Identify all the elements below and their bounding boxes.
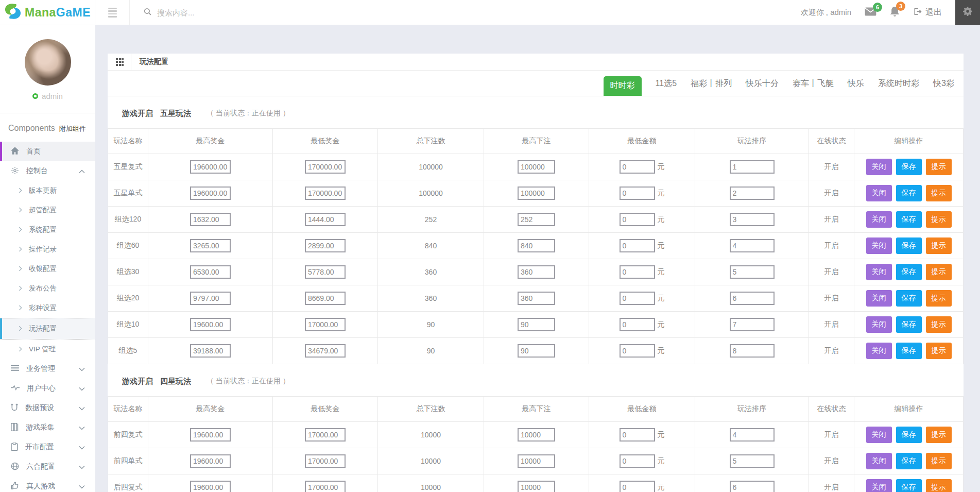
max-bet-input[interactable]: [518, 265, 555, 279]
sidebar-subitem[interactable]: 操作记录: [0, 240, 95, 259]
sidebar-toggle-button[interactable]: [95, 0, 130, 25]
order-input[interactable]: [730, 160, 775, 174]
save-button[interactable]: 保存: [896, 290, 922, 307]
tip-button[interactable]: 提示: [926, 453, 952, 469]
max-prize-input[interactable]: [190, 481, 231, 492]
min-amount-input[interactable]: [620, 292, 655, 305]
tab-8[interactable]: 快3彩: [933, 78, 954, 96]
save-button[interactable]: 保存: [896, 427, 922, 443]
order-input[interactable]: [730, 318, 775, 331]
tab-2[interactable]: 11选5: [656, 78, 677, 96]
max-bet-input[interactable]: [518, 186, 555, 200]
min-amount-input[interactable]: [620, 454, 655, 468]
sidebar-group-4[interactable]: 游戏采集: [0, 418, 95, 437]
max-prize-input[interactable]: [190, 344, 231, 358]
sidebar-subitem[interactable]: 彩种设置: [0, 298, 95, 318]
close-button[interactable]: 关闭: [866, 427, 892, 443]
tab-7[interactable]: 系统时时彩: [878, 78, 919, 96]
tip-button[interactable]: 提示: [926, 211, 952, 228]
sidebar-group-1[interactable]: 业务管理: [0, 359, 95, 379]
save-button[interactable]: 保存: [896, 453, 922, 469]
max-bet-input[interactable]: [518, 239, 555, 252]
max-bet-input[interactable]: [518, 454, 555, 468]
save-button[interactable]: 保存: [896, 264, 922, 280]
save-button[interactable]: 保存: [896, 185, 922, 201]
sidebar-item-home[interactable]: 首页: [0, 142, 95, 161]
save-button[interactable]: 保存: [896, 159, 922, 175]
min-prize-input[interactable]: [305, 292, 346, 305]
min-prize-input[interactable]: [305, 265, 346, 279]
min-amount-input[interactable]: [620, 481, 655, 492]
close-button[interactable]: 关闭: [866, 453, 892, 469]
avatar[interactable]: [25, 39, 71, 86]
sidebar-subitem[interactable]: 收银配置: [0, 259, 95, 279]
max-prize-input[interactable]: [190, 265, 231, 279]
max-bet-input[interactable]: [518, 318, 555, 331]
tab-4[interactable]: 快乐十分: [746, 78, 779, 96]
sidebar-subitem[interactable]: 系统配置: [0, 220, 95, 240]
min-prize-input[interactable]: [305, 160, 346, 174]
close-button[interactable]: 关闭: [866, 211, 892, 228]
min-amount-input[interactable]: [620, 428, 655, 442]
min-prize-input[interactable]: [305, 344, 346, 358]
order-input[interactable]: [730, 428, 775, 442]
tip-button[interactable]: 提示: [926, 290, 952, 307]
save-button[interactable]: 保存: [896, 479, 922, 492]
tip-button[interactable]: 提示: [926, 343, 952, 359]
max-bet-input[interactable]: [518, 292, 555, 305]
sidebar-subitem[interactable]: VIP 管理: [0, 340, 95, 359]
min-prize-input[interactable]: [305, 318, 346, 331]
max-prize-input[interactable]: [190, 213, 231, 226]
order-input[interactable]: [730, 213, 775, 226]
min-prize-input[interactable]: [305, 428, 346, 442]
sidebar-subitem[interactable]: 超管配置: [0, 200, 95, 220]
max-bet-input[interactable]: [518, 481, 555, 492]
close-button[interactable]: 关闭: [866, 185, 892, 201]
max-prize-input[interactable]: [190, 186, 231, 200]
sidebar-group-5[interactable]: 开市配置: [0, 437, 95, 457]
close-button[interactable]: 关闭: [866, 343, 892, 359]
tip-button[interactable]: 提示: [926, 427, 952, 443]
tip-button[interactable]: 提示: [926, 479, 952, 492]
min-prize-input[interactable]: [305, 186, 346, 200]
min-prize-input[interactable]: [305, 213, 346, 226]
app-logo[interactable]: ManaGaME: [0, 0, 95, 25]
close-button[interactable]: 关闭: [866, 159, 892, 175]
min-prize-input[interactable]: [305, 454, 346, 468]
tab-3[interactable]: 福彩丨排列: [691, 78, 732, 96]
max-prize-input[interactable]: [190, 160, 231, 174]
save-button[interactable]: 保存: [896, 237, 922, 254]
sidebar-group-6[interactable]: 六合配置: [0, 457, 95, 477]
settings-button[interactable]: [955, 0, 980, 25]
sidebar-group-7[interactable]: 真人游戏: [0, 477, 95, 492]
tip-button[interactable]: 提示: [926, 185, 952, 201]
sidebar-subitem[interactable]: 发布公告: [0, 279, 95, 298]
close-button[interactable]: 关闭: [866, 479, 892, 492]
min-amount-input[interactable]: [620, 344, 655, 358]
tab-1[interactable]: 时时彩: [604, 76, 642, 96]
min-amount-input[interactable]: [620, 160, 655, 174]
order-input[interactable]: [730, 265, 775, 279]
save-button[interactable]: 保存: [896, 211, 922, 228]
max-prize-input[interactable]: [190, 428, 231, 442]
max-bet-input[interactable]: [518, 213, 555, 226]
max-prize-input[interactable]: [190, 292, 231, 305]
order-input[interactable]: [730, 344, 775, 358]
order-input[interactable]: [730, 454, 775, 468]
max-prize-input[interactable]: [190, 318, 231, 331]
min-amount-input[interactable]: [620, 265, 655, 279]
order-input[interactable]: [730, 292, 775, 305]
sidebar-subitem[interactable]: 玩法配置: [0, 318, 95, 340]
sidebar-group-2[interactable]: 用户中心: [0, 379, 95, 398]
min-prize-input[interactable]: [305, 481, 346, 492]
tip-button[interactable]: 提示: [926, 237, 952, 254]
order-input[interactable]: [730, 186, 775, 200]
save-button[interactable]: 保存: [896, 316, 922, 333]
messages-button[interactable]: 6: [865, 7, 876, 18]
logout-button[interactable]: 退出: [913, 7, 942, 18]
close-button[interactable]: 关闭: [866, 290, 892, 307]
search-input[interactable]: [157, 8, 373, 17]
min-amount-input[interactable]: [620, 318, 655, 331]
min-amount-input[interactable]: [620, 186, 655, 200]
close-button[interactable]: 关闭: [866, 264, 892, 280]
